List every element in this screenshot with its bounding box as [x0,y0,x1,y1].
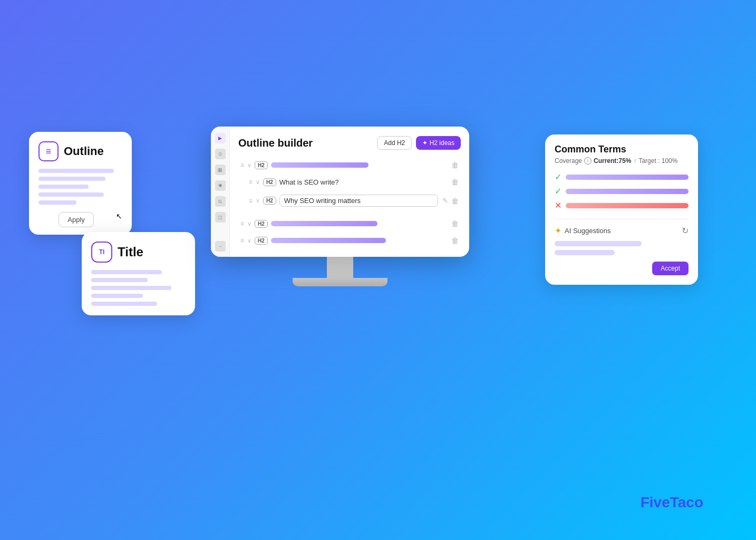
title-card: TI Title [82,232,195,315]
row-text: What is SEO write? [279,178,339,186]
row-text-input[interactable] [279,195,438,207]
title-card-title: Title [118,245,143,259]
target-label: Target : 100% [638,157,677,165]
row-bar [271,162,369,168]
monitor-inner: ▶ ⊙ ▦ ✱ G ◫ → Outline builder Add H2 ✦ H… [211,127,469,257]
outline-lines [38,169,122,205]
ai-label-text: AI Suggestions [565,227,610,235]
common-terms-items: ✓ ✓ ✕ [555,172,689,210]
sidebar-icon-active[interactable]: ▶ [215,133,226,143]
title-line [91,278,148,282]
suggestion-bar [555,250,615,255]
arrow-up-icon: ↑ [633,157,636,165]
outline-row-active: ≡ ∨ H2 ✎ 🗑 [238,192,461,209]
accept-button[interactable]: Accept [652,262,689,275]
brand-taco: Taco [670,494,703,510]
chevron-icon: ∨ [247,220,251,227]
sidebar-icon[interactable]: ◫ [215,212,226,223]
trash-icon[interactable]: 🗑 [451,197,459,205]
ct-item: ✕ [555,200,689,210]
coverage-label: Coverage [555,157,582,165]
monitor: ▶ ⊙ ▦ ✱ G ◫ → Outline builder Add H2 ✦ H… [211,127,469,286]
outline-line [38,192,104,197]
outline-line [38,177,105,181]
apply-button[interactable]: Apply [59,212,94,227]
outline-row: ≡ ∨ H2 🗑 [238,234,461,247]
ct-item-bar [566,175,689,180]
drag-icon: ≡ [249,178,253,186]
chevron-icon: ∨ [247,237,251,244]
accept-button-wrapper: Accept [555,262,689,275]
chevron-icon: ∨ [247,162,251,169]
chevron-icon: ∨ [256,179,260,186]
chevron-icon: ∨ [256,197,260,204]
sidebar-icon[interactable]: ⊙ [215,149,226,159]
outline-icon: ≡ [38,141,59,161]
row-content: What is SEO write? [279,178,448,186]
title-line [91,286,171,290]
refresh-icon[interactable]: ↻ [682,226,689,236]
outline-rows: ≡ ∨ H2 🗑 ≡ ∨ H2 What is SE [238,158,461,247]
outline-line [38,200,76,205]
monitor-sidebar: ▶ ⊙ ▦ ✱ G ◫ → [211,127,230,257]
suggestion-bar [555,241,642,246]
h2-ideas-button[interactable]: ✦ H2 ideas [416,136,461,150]
h2-badge: H2 [255,161,268,169]
outline-row: ≡ ∨ H2 🗑 [238,217,461,230]
outline-card: ≡ Outline Apply ↖ [29,132,132,235]
trash-icon[interactable]: 🗑 [451,219,459,228]
title-icon: TI [91,242,112,263]
common-terms-card: Common Terms Coverage i Current:75% ↑ Ta… [545,134,698,285]
monitor-screen: ▶ ⊙ ▦ ✱ G ◫ → Outline builder Add H2 ✦ H… [211,127,469,257]
outline-line [38,185,89,189]
h2-badge: H2 [263,197,276,205]
row-content [271,221,448,226]
ct-item: ✓ [555,172,689,182]
outline-card-header: ≡ Outline [38,141,122,161]
h2-badge: H2 [263,178,276,186]
suggestion-bars [555,241,689,255]
trash-icon[interactable]: 🗑 [451,178,459,186]
add-h2-button[interactable]: Add H2 [377,136,412,150]
sidebar-icon[interactable]: G [215,196,226,207]
row-bar [271,221,377,226]
brand-logo: FiveTaco [641,494,703,511]
trash-icon[interactable]: 🗑 [451,161,459,169]
drag-icon: ≡ [240,161,244,169]
monitor-stand-base [293,278,387,286]
sidebar-icon-bottom[interactable]: → [215,241,226,252]
outline-builder-title: Outline builder [238,137,313,149]
title-card-header: TI Title [91,242,186,263]
outline-card-title: Outline [64,144,104,158]
row-bar [271,238,386,243]
divider [555,219,689,219]
status-check-icon: ✓ [555,172,561,182]
outline-row: ≡ ∨ H2 🗑 [238,158,461,172]
trash-icon[interactable]: 🗑 [451,236,459,245]
drag-icon: ≡ [249,197,253,205]
ct-item-bar [566,203,689,208]
title-line [91,270,162,274]
ai-star-icon: ✦ [555,226,561,236]
ai-suggestions-header: ✦ AI Suggestions ↻ [555,226,689,236]
current-value: Current:75% [594,157,631,165]
ct-item-bar [566,189,689,194]
sidebar-icon[interactable]: ▦ [215,165,226,175]
row-content [271,238,448,243]
info-icon: i [584,157,592,165]
coverage-row: Coverage i Current:75% ↑ Target : 100% [555,157,689,165]
title-line [91,302,157,306]
common-terms-title: Common Terms [555,144,689,155]
outline-line [38,169,114,173]
outline-row-sub: ≡ ∨ H2 What is SEO write? 🗑 [238,175,461,189]
edit-icon[interactable]: ✎ [442,197,448,205]
sidebar-icon[interactable]: ✱ [215,180,226,191]
h2-badge: H2 [255,220,268,228]
title-line [91,294,143,298]
drag-icon: ≡ [240,237,244,244]
ct-item: ✓ [555,186,689,196]
row-content [279,195,438,207]
drag-icon: ≡ [240,220,244,227]
monitor-content: Outline builder Add H2 ✦ H2 ideas ≡ ∨ H2 [230,127,469,257]
status-check-icon: ✓ [555,186,561,196]
